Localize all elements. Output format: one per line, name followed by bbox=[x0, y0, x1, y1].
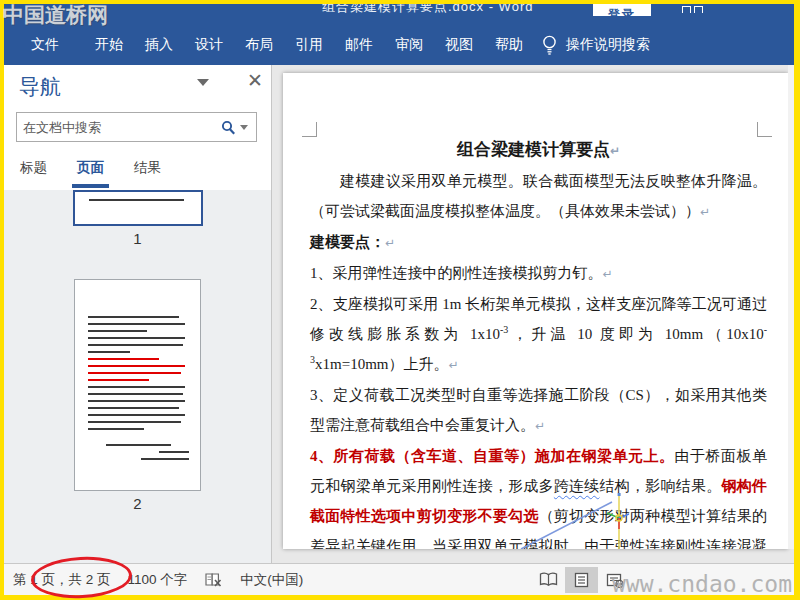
chevron-down-icon[interactable] bbox=[197, 79, 209, 86]
ribbon-display-options-icon[interactable] bbox=[682, 4, 706, 13]
ribbon-tab-8[interactable]: 视图 bbox=[434, 28, 484, 62]
search-input[interactable] bbox=[23, 120, 221, 135]
nav-tab-页面[interactable]: 页面 bbox=[73, 153, 108, 190]
page-thumbnails: 1 2 bbox=[4, 190, 271, 563]
document-canvas: 组合梁建模计算要点↵ 建模建议采用双单元模型。联合截面模型无法反映整体升降温。（… bbox=[272, 65, 794, 563]
document-paragraph: 1、采用弹性连接中的刚性连接模拟剪力钉。↵ bbox=[310, 258, 767, 289]
proofing-errors-icon[interactable] bbox=[204, 572, 223, 588]
word-count-indicator[interactable]: 1100 个字 bbox=[128, 571, 188, 589]
paragraph-mark: ↵ bbox=[535, 419, 545, 433]
thumbnail-text-line bbox=[159, 451, 189, 453]
word-window: 组合梁建模计算要点.docx - Word 登录 文件开始插入设计布局引用邮件审… bbox=[4, 4, 794, 595]
language-indicator[interactable]: 中文(中国) bbox=[240, 571, 303, 589]
text-segment: 4、所有荷载（含车道、自重等）施加在钢梁单元上。 bbox=[310, 448, 675, 464]
window-title: 组合梁建模计算要点.docx - Word bbox=[322, 4, 533, 16]
page-number-indicator[interactable]: 第 1 页，共 2 页 bbox=[13, 571, 111, 589]
ribbon-tab-7[interactable]: 审阅 bbox=[384, 28, 434, 62]
vertical-scrollbar[interactable] bbox=[788, 65, 794, 549]
ribbon-tab-6[interactable]: 邮件 bbox=[334, 28, 384, 62]
ribbon-tab-9[interactable]: 帮助 bbox=[484, 28, 534, 62]
thumbnail-text-line bbox=[89, 199, 185, 201]
paragraph-mark: ↵ bbox=[448, 358, 458, 372]
navigation-tabs: 标题页面结果 bbox=[4, 153, 271, 190]
thumbnail-text-line bbox=[88, 379, 149, 381]
thumbnail-text-line bbox=[88, 386, 185, 388]
text-segment: 建模要点： bbox=[310, 234, 385, 250]
ribbon-tab-1[interactable]: 开始 bbox=[84, 28, 134, 62]
thumbnail-text-line bbox=[88, 351, 130, 353]
thumbnail-text-line bbox=[106, 444, 171, 446]
document-paragraph: 建模建议采用双单元模型。联合截面模型无法反映整体升降温。（可尝试梁截面温度模拟整… bbox=[310, 166, 767, 227]
status-bar-left: 第 1 页，共 2 页 1100 个字 中文(中国) bbox=[13, 564, 320, 595]
search-options-chevron-icon[interactable] bbox=[240, 125, 248, 130]
navigation-pane-header: 导航 ✕ bbox=[4, 65, 271, 107]
print-layout-button[interactable] bbox=[565, 567, 598, 593]
paragraph-mark: ↵ bbox=[610, 144, 620, 158]
tell-me-label: 操作说明搜索 bbox=[566, 36, 650, 54]
thumbnail-text-line bbox=[88, 323, 185, 325]
thumbnail-text-line bbox=[88, 421, 181, 423]
ribbon-tab-5[interactable]: 引用 bbox=[284, 28, 334, 62]
document-page[interactable]: 组合梁建模计算要点↵ 建模建议采用双单元模型。联合截面模型无法反映整体升降温。（… bbox=[283, 73, 788, 549]
main-area: 导航 ✕ 标题页面结果 1 bbox=[4, 65, 794, 563]
site-watermark-bottom: www.cndao.com bbox=[612, 571, 792, 597]
thumbnail-text-line bbox=[88, 337, 185, 339]
close-icon[interactable]: ✕ bbox=[247, 69, 263, 92]
thumbnail-text-line bbox=[88, 365, 185, 367]
thumbnail-text-line bbox=[88, 358, 159, 360]
lightbulb-icon bbox=[542, 35, 557, 55]
ribbon-tab-2[interactable]: 插入 bbox=[134, 28, 184, 62]
thumbnail-text-line bbox=[88, 407, 179, 409]
title-bar: 组合梁建模计算要点.docx - Word 登录 bbox=[4, 4, 794, 16]
document-paragraph: 2、支座模拟可采用 1m 长桁架单元模拟，这样支座沉降等工况可通过修改线膨胀系数… bbox=[310, 289, 767, 380]
text-segment: 1、采用弹性连接中的刚性连接模拟剪力钉。 bbox=[310, 265, 603, 281]
navigation-pane: 导航 ✕ 标题页面结果 1 bbox=[4, 65, 271, 563]
ribbon-tab-3[interactable]: 设计 bbox=[184, 28, 234, 62]
model-figure bbox=[511, 493, 636, 549]
app-header: 组合梁建模计算要点.docx - Word 登录 文件开始插入设计布局引用邮件审… bbox=[4, 4, 794, 65]
nav-tab-结果[interactable]: 结果 bbox=[130, 153, 165, 190]
thumbnail-text-line bbox=[141, 458, 189, 460]
nav-tab-标题[interactable]: 标题 bbox=[16, 153, 51, 190]
thumbnail-text-line bbox=[88, 344, 183, 346]
document-search-box[interactable] bbox=[16, 112, 257, 142]
document-paragraph: 建模要点：↵ bbox=[310, 227, 767, 258]
paragraph-mark: ↵ bbox=[603, 267, 613, 281]
read-mode-button[interactable] bbox=[532, 567, 565, 593]
ribbon-tab-bar: 文件开始插入设计布局引用邮件审阅视图帮助 操作说明搜索 bbox=[4, 25, 794, 65]
thumbnail-text-line bbox=[88, 372, 181, 374]
thumbnail-text-line bbox=[88, 393, 183, 395]
login-button[interactable]: 登录 bbox=[593, 4, 651, 16]
thumbnail-text-line bbox=[88, 330, 147, 332]
page-1-thumbnail[interactable] bbox=[73, 190, 203, 226]
document-body[interactable]: 组合梁建模计算要点↵ 建模建议采用双单元模型。联合截面模型无法反映整体升降温。（… bbox=[310, 135, 767, 549]
text-segment: 结构，影响结果。 bbox=[600, 478, 722, 494]
thumbnail-text-line bbox=[88, 428, 144, 430]
ribbon-tab-4[interactable]: 布局 bbox=[234, 28, 284, 62]
page-2-caption: 2 bbox=[133, 495, 141, 512]
tell-me-search[interactable]: 操作说明搜索 bbox=[542, 35, 650, 55]
text-segment: x1m=10mm）上升。 bbox=[315, 356, 448, 372]
screenshot-frame: 组合梁建模计算要点.docx - Word 登录 文件开始插入设计布局引用邮件审… bbox=[0, 0, 800, 600]
thumbnail-text-line bbox=[88, 414, 185, 416]
text-segment: 建模建议采用双单元模型。联合截面模型无法反映整体升降温。（可尝试梁截面温度模拟整… bbox=[310, 173, 767, 219]
thumbnail-text-line bbox=[88, 316, 179, 318]
document-paragraph: 3、定义荷载工况类型时自重等选择施工阶段（CS），如采用其他类型需注意荷载组合中… bbox=[310, 380, 767, 441]
site-watermark-top: 中国道桥网 bbox=[3, 1, 108, 29]
thumbnail-text-line bbox=[88, 400, 185, 402]
page-1-caption: 1 bbox=[133, 230, 141, 247]
ribbon-tab-0[interactable]: 文件 bbox=[20, 28, 70, 62]
navigation-pane-title: 导航 bbox=[19, 73, 61, 101]
text-segment: 跨连续 bbox=[554, 478, 600, 494]
search-icon[interactable] bbox=[221, 120, 236, 135]
paragraph-mark: ↵ bbox=[700, 205, 710, 219]
page-2-thumbnail[interactable] bbox=[74, 279, 201, 491]
paragraph-mark: ↵ bbox=[385, 236, 395, 250]
text-segment: ，升温 10 度即为 10mm（10x10 bbox=[508, 326, 763, 342]
document-heading: 组合梁建模计算要点↵ bbox=[310, 135, 767, 166]
